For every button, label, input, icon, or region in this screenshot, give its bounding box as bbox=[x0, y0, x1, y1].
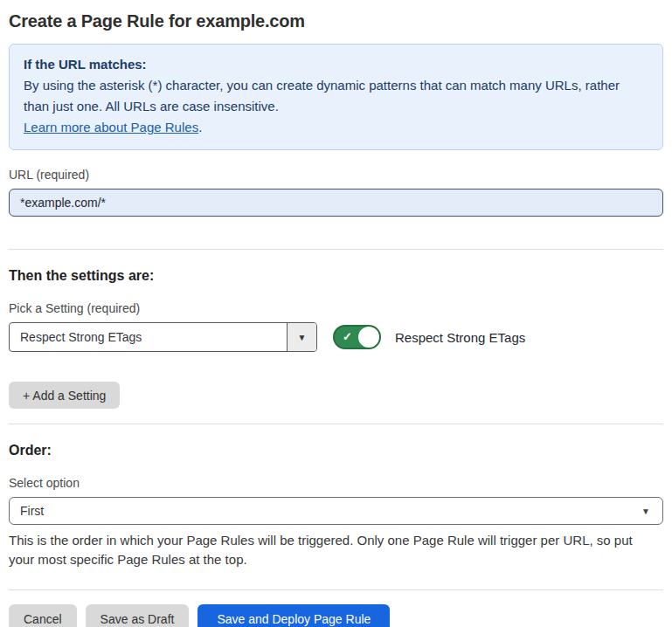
info-box-link-line: Learn more about Page Rules. bbox=[24, 117, 648, 138]
save-as-draft-button[interactable]: Save as Draft bbox=[86, 604, 190, 627]
order-select-label: Select option bbox=[9, 476, 663, 490]
learn-more-link[interactable]: Learn more about Page Rules bbox=[24, 120, 198, 134]
url-input[interactable] bbox=[9, 189, 663, 217]
section-divider bbox=[9, 249, 663, 250]
setting-select-arrow-button[interactable]: ▼ bbox=[287, 323, 316, 351]
page-rule-form: Create a Page Rule for example.com If th… bbox=[0, 11, 672, 627]
footer-actions: Cancel Save as Draft Save and Deploy Pag… bbox=[9, 589, 663, 627]
order-select-value: First bbox=[10, 504, 44, 518]
order-section-heading: Order: bbox=[9, 443, 663, 458]
pick-setting-label: Pick a Setting (required) bbox=[9, 301, 663, 315]
url-field-label: URL (required) bbox=[9, 168, 663, 182]
caret-down-icon: ▼ bbox=[641, 506, 650, 516]
save-and-deploy-button[interactable]: Save and Deploy Page Rule bbox=[197, 604, 390, 627]
order-help-text: This is the order in which your Page Rul… bbox=[9, 531, 660, 569]
settings-section-heading: Then the settings are: bbox=[9, 268, 663, 284]
toggle-label: Respect Strong ETags bbox=[395, 330, 525, 345]
link-suffix: . bbox=[198, 120, 202, 134]
toggle-wrap: ✓ Respect Strong ETags bbox=[333, 325, 525, 349]
caret-down-icon: ▼ bbox=[298, 333, 307, 342]
order-select[interactable]: First ▼ bbox=[9, 497, 663, 525]
setting-row: Respect Strong ETags ▼ ✓ Respect Strong … bbox=[9, 322, 663, 352]
setting-select[interactable]: Respect Strong ETags ▼ bbox=[9, 322, 317, 352]
section-divider bbox=[9, 424, 663, 424]
info-box-body: By using the asterisk (*) character, you… bbox=[24, 75, 648, 117]
add-setting-button[interactable]: + Add a Setting bbox=[9, 382, 120, 409]
cancel-button[interactable]: Cancel bbox=[9, 604, 77, 627]
info-box-heading: If the URL matches: bbox=[24, 54, 648, 75]
toggle-knob bbox=[358, 327, 379, 348]
setting-select-value: Respect Strong ETags bbox=[10, 330, 142, 344]
url-match-info-box: If the URL matches: By using the asteris… bbox=[9, 44, 663, 150]
check-icon: ✓ bbox=[343, 331, 352, 342]
respect-strong-etags-toggle[interactable]: ✓ bbox=[333, 325, 381, 349]
page-title: Create a Page Rule for example.com bbox=[9, 11, 663, 31]
